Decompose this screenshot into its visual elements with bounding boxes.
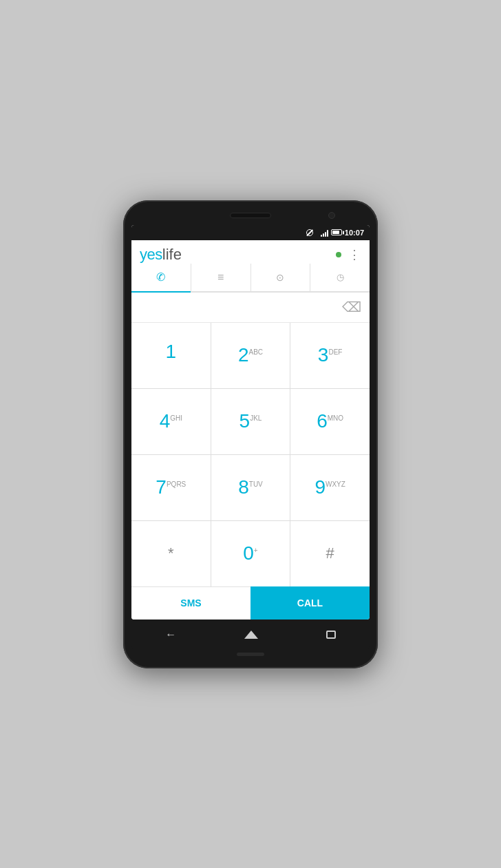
key-9-number: 9WXYZ (315, 478, 345, 497)
call-label: CALL (297, 597, 323, 608)
sms-label: SMS (180, 597, 201, 608)
key-6[interactable]: 6MNO (290, 389, 370, 454)
logo-yes: yes (140, 246, 162, 263)
key-8[interactable]: 8TUV (211, 455, 290, 520)
mute-icon (306, 229, 313, 236)
key-5[interactable]: 5JKL (211, 389, 290, 454)
key-3-number: 3DEF (318, 346, 343, 365)
recent-apps-button[interactable] (326, 631, 336, 639)
action-bar: SMS CALL (131, 586, 370, 620)
header-right: ⋮ (336, 248, 361, 261)
key-8-number: 8TUV (238, 478, 263, 497)
phone-screen: 10:07 yeslife ⋮ ✆ ≡ ⊙ ◷ (131, 225, 370, 620)
home-icon (244, 631, 258, 639)
status-time: 10:07 (345, 229, 364, 237)
android-nav-bar: ← (131, 620, 370, 649)
status-bar: 10:07 (131, 225, 370, 240)
key-4-number: 4GHI (160, 412, 182, 431)
messages-tab-icon: ≡ (217, 271, 224, 284)
key-7[interactable]: 7PQRS (131, 455, 211, 520)
speaker-grille (230, 213, 271, 218)
tabs-bar: ✆ ≡ ⊙ ◷ (131, 264, 370, 293)
dial-display: ⌫ (131, 293, 370, 323)
key-1-number: 1 (166, 342, 177, 361)
keypad: 1 2ABC 3DEF 4GHI 5JKL 6MNO 7PQRS 8 (131, 323, 370, 586)
home-button[interactable] (244, 631, 258, 639)
key-2[interactable]: 2ABC (211, 323, 290, 388)
key-star[interactable]: * (131, 521, 211, 586)
backspace-button[interactable]: ⌫ (342, 299, 361, 315)
key-9[interactable]: 9WXYZ (290, 455, 370, 520)
key-6-number: 6MNO (317, 412, 343, 431)
key-1-letters (170, 362, 172, 368)
phone-outer: 10:07 yeslife ⋮ ✆ ≡ ⊙ ◷ (123, 200, 378, 668)
key-1[interactable]: 1 (131, 323, 211, 388)
tab-dialpad[interactable]: ✆ (131, 264, 191, 291)
app-header: yeslife ⋮ (131, 240, 370, 264)
tab-messages[interactable]: ≡ (191, 264, 251, 291)
contacts-tab-icon: ⊙ (276, 272, 284, 283)
key-hash[interactable]: # (290, 521, 370, 586)
key-3[interactable]: 3DEF (290, 323, 370, 388)
key-0[interactable]: 0+ (211, 521, 290, 586)
key-hash-symbol: # (326, 544, 334, 562)
recent-tab-icon: ◷ (337, 272, 344, 282)
logo-life: life (162, 246, 182, 263)
key-2-number: 2ABC (238, 346, 263, 365)
key-star-symbol: * (168, 544, 174, 562)
sms-button[interactable]: SMS (131, 586, 250, 620)
app-logo: yeslife (140, 246, 182, 264)
battery-icon (331, 229, 342, 235)
signal-bars (321, 229, 328, 237)
tab-recent[interactable]: ◷ (310, 264, 370, 291)
front-camera (328, 212, 335, 219)
recent-apps-icon (326, 631, 336, 639)
tab-contacts[interactable]: ⊙ (251, 264, 311, 291)
status-online-dot (336, 252, 341, 257)
key-4[interactable]: 4GHI (131, 389, 211, 454)
phone-bottom (237, 649, 264, 660)
dialpad-tab-icon: ✆ (156, 271, 165, 284)
call-button[interactable]: CALL (250, 586, 370, 620)
overflow-menu-button[interactable]: ⋮ (348, 248, 361, 261)
home-button-physical (237, 653, 264, 656)
key-0-number: 0+ (243, 544, 257, 563)
key-7-number: 7PQRS (156, 478, 186, 497)
key-5-number: 5JKL (239, 412, 262, 431)
back-button[interactable]: ← (165, 628, 176, 641)
